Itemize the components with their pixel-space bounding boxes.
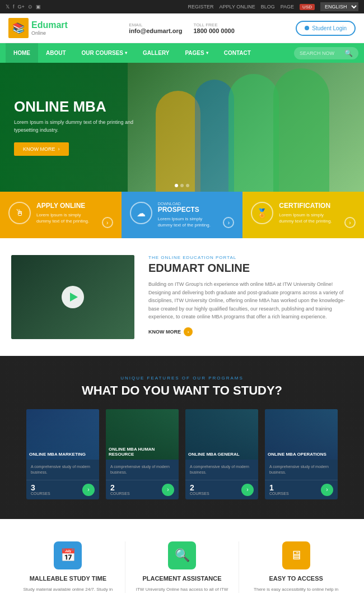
course-btn-general[interactable]: › [241,484,254,496]
placement-title: PLACEMENT ASSISTANCE [134,575,231,582]
about-video[interactable] [11,255,134,339]
course-years-hr: 2 [110,484,130,492]
course-duration-operations: 1 COURSES [269,484,289,495]
course-btn-hr[interactable]: › [162,484,174,496]
nav-about[interactable]: ABOUT [38,43,74,63]
facebook-icon[interactable]: f [13,4,15,10]
prospects-arrow[interactable]: › [223,217,234,228]
twitter-icon[interactable]: 𝕏 [6,4,10,10]
camera-icon[interactable]: ⊙ [28,4,32,10]
calendar-icon: 📅 [54,541,82,569]
top-right-links: REGISTER APPLY ONLINE BLOG PAGE USD ENGL… [188,2,358,11]
feature-easy-access: 🖥 EASY TO ACCESS There is easy accessibi… [239,541,353,593]
certification-arrow[interactable]: › [344,217,356,228]
course-years-operations: 1 [269,484,289,492]
prospects-feature: ☁ DOWNLOAD PROSPECTS Lorem Ipsum is simp… [122,192,243,238]
nav-courses[interactable]: OUR COURSES ▾ [74,43,135,63]
hero-content: ONLINE MBA Lorem Ipsum is simply dummy t… [0,82,157,173]
course-footer-general: 2 COURSES › [185,480,258,499]
arrow-circle-icon: › [184,327,193,336]
course-body-hr: A comprehensive study of modern business… [106,460,179,480]
search-input[interactable] [300,50,344,56]
placement-desc: ITW University Online has access to all … [134,586,231,593]
student-login-button[interactable]: Student Login [296,21,356,36]
know-more-label: KNOW MORE [23,146,55,152]
course-year-label-hr: COURSES [110,492,130,495]
course-image-general: ONLINE MBA GENERAL [185,409,258,460]
medal-icon: 🏅 [251,202,273,224]
about-content: THE ONLINE EDUCATION PORTAL EDUMART ONLI… [134,255,353,336]
study-time-title: MALLEABLE STUDY TIME [20,575,116,582]
nav-home[interactable]: HOME [6,43,38,63]
phone-label: TOLL FREE [193,22,234,27]
course-duration-hr: 2 COURSES [110,484,130,495]
nav-contact[interactable]: CONTACT [216,43,259,63]
feature-study-time: 📅 MALLEABLE STUDY TIME Study material av… [11,541,125,593]
carousel-dot-2[interactable] [180,184,184,187]
course-title-marketing: ONLINE MBA MARKETING [29,452,96,457]
carousel-dot-3[interactable] [186,184,189,187]
know-more-button[interactable]: KNOW MORE › [14,142,69,156]
hero-section: ONLINE MBA Lorem Ipsum is simply dummy t… [0,63,364,192]
search-icon[interactable]: 🔍 [344,49,353,57]
course-duration-marketing: 3 COURSES [31,484,50,495]
course-btn-marketing[interactable]: › [82,484,95,496]
course-card-general: ONLINE MBA GENERAL A comprehensive study… [185,409,258,499]
apply-online-link[interactable]: APPLY ONLINE [220,4,255,10]
hero-title: ONLINE MBA [14,99,143,115]
logo: 📚 Edumart Online [8,18,68,38]
chevron-icon: ▾ [206,50,208,55]
header-contact: EMAIL info@edumart.org TOLL FREE 1800 00… [129,22,234,34]
course-image-hr: ONLINE MBA HUMAN RESOURCE [106,409,179,460]
instagram-icon[interactable]: ▣ [36,4,41,10]
main-nav: HOME ABOUT OUR COURSES ▾ GALLERY PAGES ▾… [0,43,364,63]
certification-title: CERTIFICATION [279,202,339,210]
apply-online-arrow[interactable]: › [102,217,113,228]
carousel-dot-1[interactable] [175,184,178,187]
about-know-more-link[interactable]: KNOW MORE › [148,327,353,336]
monitor-icon: 🖥 [282,541,310,569]
study-title: WHAT DO YOU WANT TO STUDY? [11,383,353,398]
course-image-operations: ONLINE MBA OPERATIONS [265,409,338,460]
login-btn-label: Student Login [312,25,347,31]
cloud-icon: ☁ [130,202,152,224]
mouse-icon: 🖱 [8,202,31,224]
hero-description: Lorem Ipsum is simply dummy text of the … [14,119,143,134]
course-year-label-marketing: COURSES [31,492,50,495]
login-dot-icon [305,26,309,30]
apply-online-text: APPLY ONLINE Lorem Ipsum is simply dummy… [36,202,96,224]
hero-carousel-dots [175,184,189,187]
course-year-label-operations: COURSES [269,492,289,495]
logo-book-icon: 📚 [12,22,25,34]
page-link[interactable]: PAGE [281,4,294,10]
course-desc-hr: A comprehensive study of modern business… [110,464,174,475]
hero-background-image [128,63,365,192]
easy-access-desc: There is easy accessibility to online he… [248,586,344,593]
course-body-general: A comprehensive study of modern business… [185,460,258,480]
course-btn-operations[interactable]: › [321,484,333,496]
google-plus-icon[interactable]: G+ [18,4,25,10]
course-footer-hr: 2 COURSES › [106,480,179,499]
chevron-icon: ▾ [125,50,127,55]
easy-access-title: EASY TO ACCESS [248,575,344,582]
course-title-operations: ONLINE MBA OPERATIONS [268,452,335,457]
course-duration-general: 2 COURSES [190,484,209,495]
course-image-marketing: ONLINE MBA MARKETING [26,409,99,460]
nav-gallery[interactable]: GALLERY [135,43,177,63]
blog-link[interactable]: BLOG [261,4,275,10]
course-title-general: ONLINE MBA GENERAL [188,452,255,457]
apply-online-feature: 🖱 APPLY ONLINE Lorem Ipsum is simply dum… [0,192,122,238]
language-select[interactable]: ENGLISH [320,2,358,11]
course-desc-marketing: A comprehensive study of modern business… [31,464,95,475]
currency-badge[interactable]: USD [300,4,315,10]
features-strip: 🖱 APPLY ONLINE Lorem Ipsum is simply dum… [0,192,364,238]
prospects-text: DOWNLOAD PROSPECTS Lorem Ipsum is simply… [158,202,218,228]
about-description: Building on ITW Group's rich experience … [148,280,353,321]
course-card-operations: ONLINE MBA OPERATIONS A comprehensive st… [265,409,338,499]
register-link[interactable]: REGISTER [188,4,214,10]
site-header: 📚 Edumart Online EMAIL info@edumart.org … [0,13,364,43]
nav-pages[interactable]: PAGES ▾ [177,43,216,63]
social-icons: 𝕏 f G+ ⊙ ▣ [6,4,41,10]
course-desc-general: A comprehensive study of modern business… [190,464,254,475]
nav-search[interactable]: 🔍 [294,47,358,59]
